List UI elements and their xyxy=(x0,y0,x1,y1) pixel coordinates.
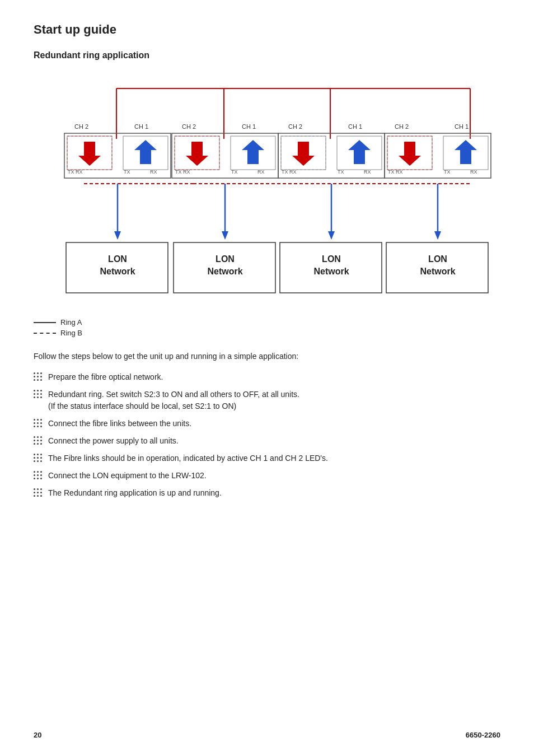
svg-text:RX: RX xyxy=(150,169,157,175)
ring-b-label: Ring B xyxy=(60,329,82,337)
bullet-icon xyxy=(34,390,43,399)
page-title: Start up guide xyxy=(34,22,500,37)
bullet-icon xyxy=(34,471,43,480)
svg-marker-31 xyxy=(186,142,208,166)
intro-text: Follow the steps below to get the unit u… xyxy=(34,351,500,362)
svg-text:CH 1: CH 1 xyxy=(134,123,148,130)
diagram: CH 2 CH 1 TX RX TX RX CH 2 CH 1 xyxy=(34,72,500,312)
step-item: Redundant ring. Set switch S2:3 to ON an… xyxy=(34,389,500,412)
step-text: Connect the LON equipment to the LRW-102… xyxy=(48,470,207,482)
bullet-icon xyxy=(34,488,43,497)
ring-a-line xyxy=(34,322,56,323)
svg-marker-23 xyxy=(134,140,157,164)
ring-a-label: Ring A xyxy=(60,318,82,326)
step-item: The Redundant ring application is up and… xyxy=(34,487,500,499)
steps-list: Prepare the fibre optical network.Redund… xyxy=(34,371,500,499)
svg-marker-19 xyxy=(78,142,101,166)
step-text: Prepare the fibre optical network. xyxy=(48,371,163,383)
svg-text:LON: LON xyxy=(216,254,235,264)
svg-text:CH 2: CH 2 xyxy=(288,123,302,130)
svg-text:TX: TX xyxy=(338,169,344,175)
svg-text:Network: Network xyxy=(100,267,135,276)
svg-text:TX: TX xyxy=(231,169,238,175)
bullet-icon xyxy=(34,436,43,445)
bullet-icon xyxy=(34,372,43,381)
svg-text:RX: RX xyxy=(364,169,371,175)
svg-text:CH 2: CH 2 xyxy=(74,123,88,130)
ring-b-line xyxy=(34,333,56,334)
svg-marker-55 xyxy=(399,142,421,166)
svg-marker-66 xyxy=(222,231,228,240)
ring-a-legend: Ring A xyxy=(34,318,500,326)
svg-text:LON: LON xyxy=(108,254,127,264)
svg-text:CH 2: CH 2 xyxy=(182,123,196,130)
ring-b-legend: Ring B xyxy=(34,329,500,337)
svg-text:CH 2: CH 2 xyxy=(395,123,409,130)
step-text: The Fibre links should be in operation, … xyxy=(48,452,328,464)
svg-text:RX: RX xyxy=(257,169,265,175)
svg-text:Network: Network xyxy=(420,267,455,276)
svg-text:CH 1: CH 1 xyxy=(242,123,256,130)
svg-text:LON: LON xyxy=(322,254,341,264)
svg-text:Network: Network xyxy=(313,267,349,276)
svg-text:RX: RX xyxy=(470,169,477,175)
svg-marker-47 xyxy=(348,140,371,164)
bullet-icon xyxy=(34,419,43,428)
step-item: Connect the power supply to all units. xyxy=(34,435,500,447)
svg-text:CH 1: CH 1 xyxy=(455,123,469,130)
svg-marker-43 xyxy=(292,142,315,166)
step-item: Prepare the fibre optical network. xyxy=(34,371,500,383)
step-item: The Fibre links should be in operation, … xyxy=(34,452,500,464)
svg-marker-68 xyxy=(328,231,335,240)
footer: 20 6650-2260 xyxy=(34,731,500,739)
step-text: Redundant ring. Set switch S2:3 to ON an… xyxy=(48,389,299,412)
svg-text:Network: Network xyxy=(207,267,242,276)
svg-marker-59 xyxy=(455,140,477,164)
page-number: 20 xyxy=(34,731,41,739)
svg-text:TX: TX xyxy=(124,169,130,175)
bullet-icon xyxy=(34,454,43,463)
svg-marker-35 xyxy=(242,140,264,164)
step-item: Connect the LON equipment to the LRW-102… xyxy=(34,470,500,482)
step-text: The Redundant ring application is up and… xyxy=(48,487,222,499)
svg-text:CH 1: CH 1 xyxy=(348,123,362,130)
step-item: Connect the fibre links between the unit… xyxy=(34,418,500,430)
doc-number: 6650-2260 xyxy=(466,731,500,739)
svg-marker-64 xyxy=(114,231,121,240)
legend: Ring A Ring B xyxy=(34,318,500,337)
section-heading: Redundant ring application xyxy=(34,50,500,60)
svg-text:LON: LON xyxy=(428,254,447,264)
step-text: Connect the fibre links between the unit… xyxy=(48,418,191,430)
step-text: Connect the power supply to all units. xyxy=(48,435,179,447)
svg-marker-70 xyxy=(434,231,441,240)
svg-text:TX: TX xyxy=(444,169,451,175)
